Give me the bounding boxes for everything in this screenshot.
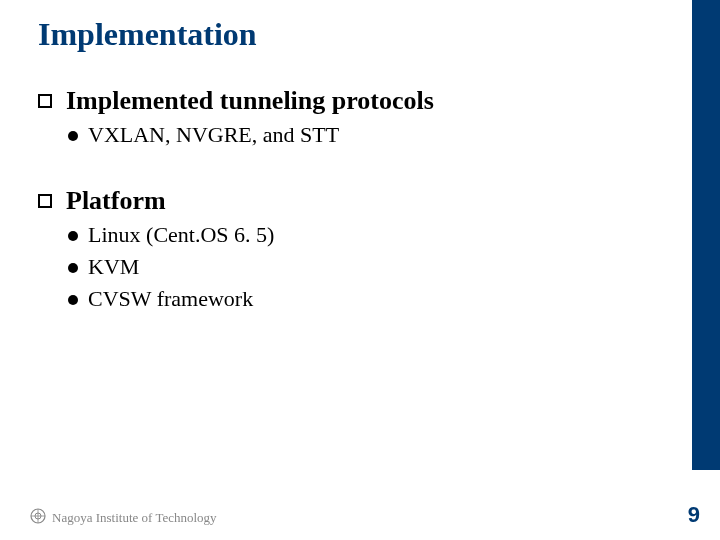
list-subitem-text: KVM [88, 254, 139, 280]
slide: Implementation Implemented tunneling pro… [0, 0, 720, 540]
dot-bullet-icon [68, 231, 78, 241]
list-subitem: Linux (Cent.OS 6. 5) [68, 222, 658, 248]
list-subitem-text: CVSW framework [88, 286, 253, 312]
square-bullet-icon [38, 94, 52, 108]
slide-title: Implementation [38, 16, 257, 53]
side-stripe [692, 0, 720, 470]
dot-bullet-icon [68, 263, 78, 273]
page-number: 9 [688, 502, 700, 528]
dot-bullet-icon [68, 131, 78, 141]
content-area: Implemented tunneling protocols VXLAN, N… [38, 80, 658, 312]
list-subitem-text: VXLAN, NVGRE, and STT [88, 122, 339, 148]
spacer [38, 148, 658, 180]
dot-bullet-icon [68, 295, 78, 305]
list-item-text: Implemented tunneling protocols [66, 86, 434, 116]
list-subitem-text: Linux (Cent.OS 6. 5) [88, 222, 274, 248]
square-bullet-icon [38, 194, 52, 208]
list-item: Implemented tunneling protocols [38, 86, 658, 116]
list-item-text: Platform [66, 186, 166, 216]
footer: Nagoya Institute of Technology [30, 508, 217, 528]
list-item: Platform [38, 186, 658, 216]
list-subitem: KVM [68, 254, 658, 280]
footer-text: Nagoya Institute of Technology [52, 510, 217, 526]
university-logo-icon [30, 508, 46, 528]
list-subitem: VXLAN, NVGRE, and STT [68, 122, 658, 148]
list-subitem: CVSW framework [68, 286, 658, 312]
